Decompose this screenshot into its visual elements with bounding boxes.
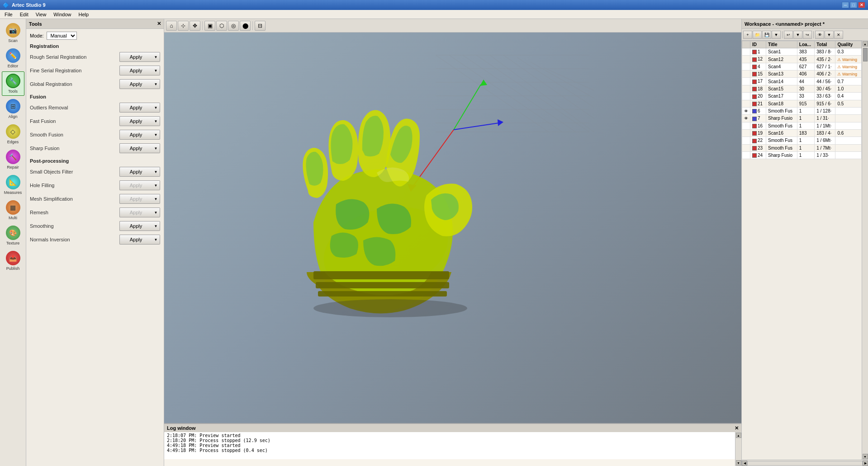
- sidebar-item-scan[interactable]: 📷 Scan: [2, 21, 24, 45]
- mode-select[interactable]: Manual Auto: [47, 32, 77, 40]
- maximize-button[interactable]: □: [850, 2, 857, 8]
- ws-dropdown3-button[interactable]: ▼: [825, 31, 834, 39]
- points-button[interactable]: ⬤: [240, 21, 251, 31]
- ws-delete-button[interactable]: ✕: [834, 31, 843, 39]
- smooth-fusion-apply-button[interactable]: Apply: [119, 130, 152, 140]
- table-row[interactable]: 20Scan173333 / 63·0.4: [742, 93, 862, 100]
- col-header-total[interactable]: Total: [815, 41, 835, 48]
- global-reg-dropdown[interactable]: ▼: [152, 79, 160, 89]
- table-row[interactable]: 👁7Sharp Fusio11 / 31·: [742, 115, 862, 122]
- smoothing-dropdown[interactable]: ▼: [152, 221, 160, 231]
- table-row[interactable]: 23Smooth Fus11 / 7Mt·: [742, 144, 862, 151]
- remesh-dropdown[interactable]: ▼: [152, 207, 160, 217]
- wireframe-button[interactable]: ◎: [228, 21, 239, 31]
- hole-filling-dropdown[interactable]: ▼: [152, 180, 160, 190]
- menu-help[interactable]: Help: [75, 11, 92, 18]
- hole-filling-apply-button[interactable]: Apply: [119, 180, 152, 190]
- smooth-fusion-dropdown[interactable]: ▼: [152, 130, 160, 140]
- normals-inversion-apply-button[interactable]: Apply: [119, 235, 152, 245]
- editor-icon: ✏️: [6, 48, 20, 63]
- ws-hscroll-track[interactable]: [747, 461, 863, 466]
- col-header-id[interactable]: ID: [750, 41, 766, 48]
- ws-scroll-down[interactable]: ▼: [863, 454, 868, 459]
- log-scroll-down[interactable]: ▼: [736, 460, 741, 466]
- table-row[interactable]: 12Scan12435435 / 2·⚠ Warning: [742, 56, 862, 63]
- table-row[interactable]: 22Smooth Fus11 / 6Mt·: [742, 137, 862, 144]
- sidebar-item-tools[interactable]: 🔧 Tools: [2, 71, 24, 96]
- table-row[interactable]: 15Scan13406406 / 2·⚠ Warning: [742, 71, 862, 78]
- smoothing-apply-button[interactable]: Apply: [119, 221, 152, 231]
- ws-dropdown-button[interactable]: ▼: [772, 31, 781, 39]
- sidebar-item-editor[interactable]: ✏️ Editor: [2, 46, 24, 71]
- remesh-apply-button[interactable]: Apply: [119, 207, 152, 217]
- sidebar-item-texture[interactable]: 🎨 Texture: [2, 223, 24, 248]
- ws-redo-button[interactable]: ↪: [803, 31, 812, 39]
- menu-window[interactable]: Window: [50, 11, 75, 18]
- col-header-quality[interactable]: Quality: [835, 41, 862, 48]
- ws-scroll-right[interactable]: ▶: [863, 461, 868, 466]
- table-row[interactable]: 19Scan16183183 / 4·0.6: [742, 129, 862, 137]
- small-objects-apply-button[interactable]: Apply: [119, 167, 152, 177]
- menu-view[interactable]: View: [32, 11, 50, 18]
- rough-serial-dropdown[interactable]: ▼: [152, 52, 160, 62]
- sidebar-item-align[interactable]: ⊞ Align: [2, 97, 24, 121]
- menu-edit[interactable]: Edit: [16, 11, 32, 18]
- table-row[interactable]: 21Scan18915915 / 6·0.5: [742, 100, 862, 107]
- ws-scroll-thumb[interactable]: [863, 48, 868, 61]
- home-view-button[interactable]: ⌂: [166, 21, 177, 31]
- select-button[interactable]: ⊹: [178, 21, 189, 31]
- ws-add-button[interactable]: +: [743, 31, 752, 39]
- sidebar-item-publish[interactable]: 📤 Publish: [2, 249, 24, 273]
- rough-serial-apply-button[interactable]: Apply: [119, 52, 152, 62]
- log-close-button[interactable]: ✕: [735, 425, 739, 431]
- sidebar-item-repair[interactable]: 🔨 Repair: [2, 147, 24, 172]
- fast-fusion-apply-button[interactable]: Apply: [119, 116, 152, 126]
- ws-visibility-button[interactable]: 👁: [815, 31, 824, 39]
- ws-scroll-left[interactable]: ◀: [742, 461, 747, 466]
- outliers-dropdown[interactable]: ▼: [152, 103, 160, 113]
- mesh-view-button[interactable]: ▣: [204, 21, 215, 31]
- table-row[interactable]: 👁6Smooth Fus11 / 128·: [742, 107, 862, 114]
- small-objects-row: Small Objects Filter Apply ▼: [30, 165, 160, 178]
- ws-folder-button[interactable]: 📁: [753, 31, 762, 39]
- split-button[interactable]: ⊟: [255, 21, 266, 31]
- mesh-simplification-dropdown[interactable]: ▼: [152, 194, 160, 204]
- sharp-fusion-dropdown[interactable]: ▼: [152, 143, 160, 153]
- table-row[interactable]: 17Scan144444 / 56·0.7: [742, 78, 862, 85]
- table-row[interactable]: 24Sharp Fusio11 / 33·: [742, 152, 862, 159]
- ws-undo-button[interactable]: ↩: [784, 31, 793, 39]
- tools-panel-close[interactable]: ✕: [157, 21, 161, 27]
- minimize-button[interactable]: ─: [842, 2, 849, 8]
- table-row[interactable]: 4Scan4627627 / 1·⚠ Warning: [742, 63, 862, 70]
- sidebar-item-measures[interactable]: 📐 Measures: [2, 173, 24, 197]
- tools-panel-header: Tools ✕: [26, 19, 164, 29]
- fast-fusion-dropdown[interactable]: ▼: [152, 116, 160, 126]
- sidebar-item-multi[interactable]: ▦ Multi: [2, 198, 24, 222]
- col-header-title[interactable]: Title: [766, 41, 797, 48]
- workspace-scrollbar[interactable]: ▲ ▼: [862, 41, 868, 460]
- ws-scroll-up[interactable]: ▲: [863, 41, 868, 47]
- fine-serial-dropdown[interactable]: ▼: [152, 66, 160, 75]
- ws-dropdown2-button[interactable]: ▼: [793, 31, 802, 39]
- log-scroll-up[interactable]: ▲: [736, 433, 741, 438]
- outliers-apply-button[interactable]: Apply: [119, 103, 152, 113]
- col-header-load[interactable]: Loa...: [797, 41, 814, 48]
- menu-file[interactable]: File: [1, 11, 16, 18]
- table-row[interactable]: 18Scan153030 / 45·1.0: [742, 85, 862, 92]
- close-button[interactable]: ✕: [858, 2, 865, 8]
- sharp-fusion-apply-button[interactable]: Apply: [119, 143, 152, 153]
- log-scrollbar[interactable]: ▲ ▼: [735, 432, 741, 466]
- solid-button[interactable]: ⬡: [216, 21, 227, 31]
- navigate-button[interactable]: ✥: [190, 21, 200, 31]
- mesh-simplification-apply-button[interactable]: Apply: [119, 194, 152, 204]
- global-reg-apply-button[interactable]: Apply: [119, 79, 152, 89]
- small-objects-dropdown[interactable]: ▼: [152, 167, 160, 177]
- table-row[interactable]: 1Scan1383383 / 8·0.3: [742, 48, 862, 56]
- fine-serial-apply-button[interactable]: Apply: [119, 66, 152, 75]
- workspace-bottom-scrollbar[interactable]: ◀ ▶: [742, 460, 868, 466]
- viewport[interactable]: ⌂ ⊹ ✥ ▣ ⬡ ◎ ⬤ ⊟: [164, 19, 741, 466]
- table-row[interactable]: 16Smooth Fus11 / 1Mt·: [742, 122, 862, 129]
- normals-inversion-dropdown[interactable]: ▼: [152, 235, 160, 245]
- sidebar-item-edges[interactable]: ◇ Edges: [2, 122, 24, 146]
- ws-save-button[interactable]: 💾: [762, 31, 771, 39]
